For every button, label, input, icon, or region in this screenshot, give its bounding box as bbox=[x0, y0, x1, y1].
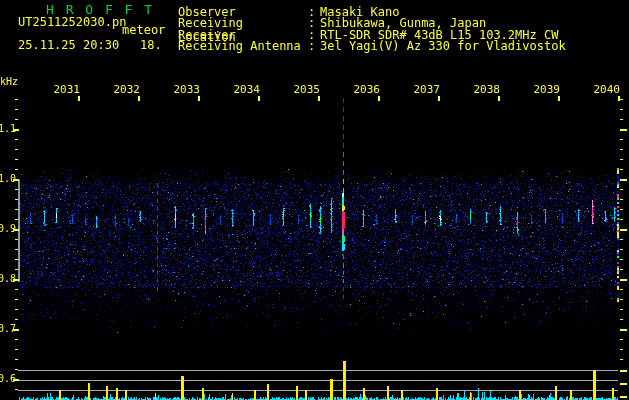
info-colon: : bbox=[308, 39, 320, 53]
time-tick-label: 2036 bbox=[352, 84, 380, 95]
time-tick-label: 2033 bbox=[172, 84, 200, 95]
info-value: 3el Yagi(V) Az 330 for Vladivostok bbox=[320, 39, 566, 53]
time-tick-label: 2031 bbox=[52, 84, 80, 95]
info-row: Receiving Location:Shibukawa, Gunma, Jap… bbox=[178, 16, 566, 27]
freq-tick-label: 0.6 bbox=[0, 374, 14, 384]
freq-tick-label: 1.0 bbox=[0, 174, 14, 184]
time-tick-label: 2040 bbox=[592, 84, 620, 95]
info-row: Observer:Masaki Kano bbox=[178, 5, 566, 16]
freq-unit-label: kHz bbox=[0, 77, 18, 87]
time-tick-label: 2035 bbox=[292, 84, 320, 95]
hrofft-window: H R O F F T UT2511252030.pn meteor 25.11… bbox=[0, 0, 629, 400]
time-tick-label: 2037 bbox=[412, 84, 440, 95]
info-row: Receiver:RTL-SDR SDR# 43dB L15 103.2MHz … bbox=[178, 28, 566, 39]
meteor-label: meteor bbox=[122, 24, 165, 36]
info-label: Receiving Antenna bbox=[178, 39, 308, 53]
spectrogram-canvas bbox=[0, 0, 629, 400]
capture-filename: UT2511252030.pn bbox=[18, 16, 126, 28]
freq-tick-label: 1.1 bbox=[0, 124, 14, 134]
freq-tick-label: 0.9 bbox=[0, 224, 14, 234]
time-tick-label: 2034 bbox=[232, 84, 260, 95]
freq-tick-label: 0.8 bbox=[0, 274, 14, 284]
datetime-label: 25.11.25 20:30 bbox=[18, 39, 119, 51]
time-tick-label: 2038 bbox=[472, 84, 500, 95]
freq-tick-label: 0.7 bbox=[0, 324, 14, 334]
station-info: Observer:Masaki KanoReceiving Location:S… bbox=[178, 5, 566, 51]
info-row: Receiving Antenna:3el Yagi(V) Az 330 for… bbox=[178, 39, 566, 50]
time-tick-label: 2039 bbox=[532, 84, 560, 95]
echo-counter: 18. bbox=[140, 39, 162, 51]
time-tick-label: 2032 bbox=[112, 84, 140, 95]
